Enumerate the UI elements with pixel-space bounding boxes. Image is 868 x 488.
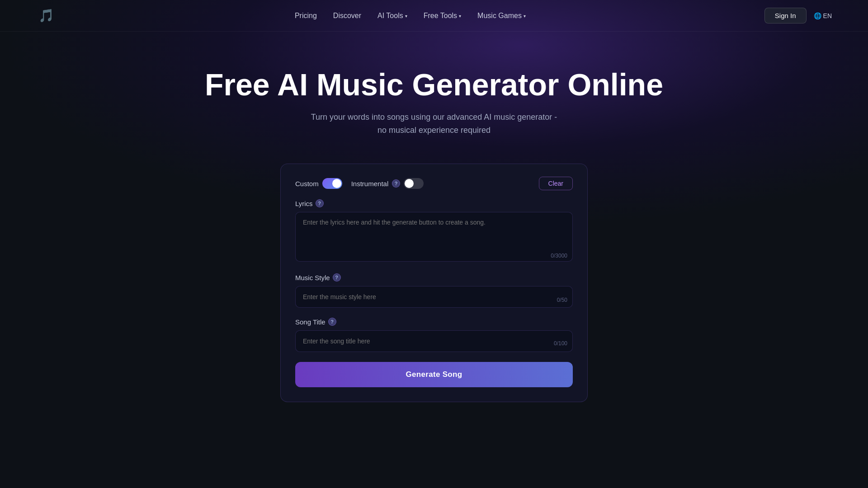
lyrics-section: Lyrics ? 0/3000	[295, 199, 573, 263]
free-tools-chevron: ▾	[459, 14, 461, 19]
song-title-help-icon[interactable]: ?	[328, 318, 336, 326]
logo-area: 🎵	[36, 6, 56, 26]
nav-item-pricing[interactable]: Pricing	[295, 12, 317, 20]
nav-item-free-tools[interactable]: Free Tools ▾	[424, 12, 461, 20]
language-icon: 🌐	[814, 12, 821, 19]
music-style-section: Music Style ? 0/50	[295, 273, 573, 308]
instrumental-label: Instrumental	[351, 180, 389, 188]
music-games-chevron: ▾	[524, 14, 526, 19]
custom-toggle-knob	[332, 179, 341, 188]
instrumental-toggle[interactable]	[404, 178, 424, 189]
instrumental-help-icon[interactable]: ?	[392, 179, 400, 188]
nav-center: Pricing Discover AI Tools ▾ Free Tools ▾…	[295, 12, 526, 20]
style-wrapper: 0/50	[295, 286, 573, 308]
song-title-label: Song Title ?	[295, 318, 573, 326]
lyrics-label: Lyrics ?	[295, 199, 573, 207]
controls-row: Custom Instrumental ? Clear	[295, 177, 573, 190]
nav-item-discover[interactable]: Discover	[333, 12, 361, 20]
lyrics-wrapper: 0/3000	[295, 212, 573, 263]
hero-section: Free AI Music Generator Online Turn your…	[0, 32, 868, 164]
nav-item-music-games[interactable]: Music Games ▾	[477, 12, 526, 20]
nav-item-ai-tools[interactable]: AI Tools ▾	[377, 12, 407, 20]
instrumental-toggle-knob	[405, 179, 414, 188]
custom-toggle[interactable]	[322, 178, 342, 189]
language-button[interactable]: 🌐 EN	[814, 12, 832, 19]
title-wrapper: 0/100	[295, 330, 573, 352]
hero-subtitle: Turn your words into songs using our adv…	[307, 111, 561, 137]
music-style-help-icon[interactable]: ?	[333, 273, 341, 282]
instrumental-toggle-group: Instrumental ?	[351, 178, 424, 189]
clear-button[interactable]: Clear	[539, 177, 573, 190]
navbar: 🎵 Pricing Discover AI Tools ▾ Free Tools…	[0, 0, 868, 32]
music-style-label: Music Style ?	[295, 273, 573, 282]
logo-icon: 🎵	[36, 6, 56, 26]
song-title-section: Song Title ? 0/100	[295, 318, 573, 352]
custom-toggle-group: Custom	[295, 178, 342, 189]
generate-song-button[interactable]: Generate Song	[295, 362, 573, 387]
song-title-input[interactable]	[295, 330, 573, 352]
custom-label: Custom	[295, 180, 319, 188]
lyrics-help-icon[interactable]: ?	[316, 199, 324, 207]
lyrics-textarea[interactable]	[295, 212, 573, 262]
form-card: Custom Instrumental ? Clear Lyrics ? 0/	[280, 164, 588, 402]
controls-left: Custom Instrumental ?	[295, 178, 424, 189]
navbar-right: Sign In 🌐 EN	[764, 8, 832, 23]
sign-in-button[interactable]: Sign In	[764, 8, 807, 23]
ai-tools-chevron: ▾	[405, 14, 407, 19]
hero-title: Free AI Music Generator Online	[0, 68, 868, 102]
language-label: EN	[823, 12, 832, 19]
music-style-input[interactable]	[295, 286, 573, 308]
